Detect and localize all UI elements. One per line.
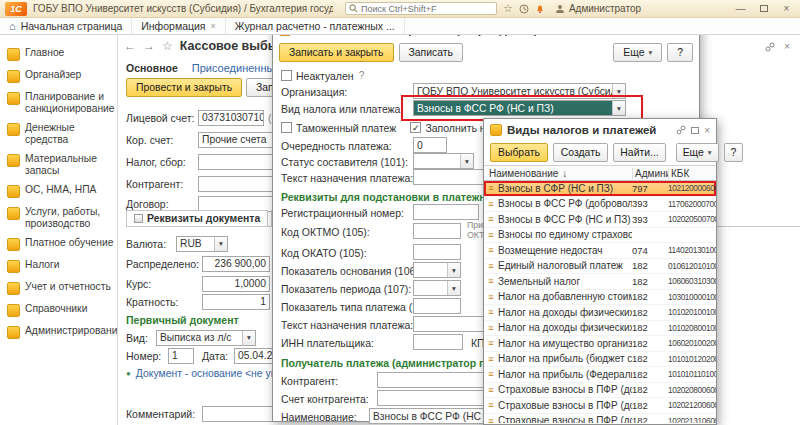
tax-kind-row[interactable]: ≡ Страховые взносы в ПФР (дополнительные… xyxy=(484,398,716,414)
tax-kind-name: Взносы по единому страховому тарифу xyxy=(498,229,632,240)
sidebar-item[interactable]: Денежные средства xyxy=(0,118,117,149)
tax-kind-field[interactable]: Взносы в ФСС РФ (НС и ПЗ)▾ xyxy=(413,100,626,116)
number-field[interactable]: 1 xyxy=(168,348,194,364)
inactive-checkbox[interactable] xyxy=(281,70,292,81)
list-item-icon: ≡ xyxy=(484,385,498,395)
column-name[interactable]: Наименование↓ xyxy=(484,168,632,179)
inn-field[interactable] xyxy=(413,334,463,350)
close-button[interactable]: × xyxy=(778,2,795,16)
tax-kind-row[interactable]: ≡ Единый налоговый платеж 182 0106120101… xyxy=(484,259,716,275)
organization-field[interactable]: ГОБУ ВПО Университет искусств (Субсидия)… xyxy=(413,83,626,99)
status-field[interactable]: ▾ xyxy=(413,153,474,169)
help-button[interactable]: ? xyxy=(667,43,693,62)
tab-home[interactable]: ⌂ Начальная страница xyxy=(0,18,132,34)
tax-kind-row[interactable]: ≡ Взносы в ФСС РФ (НС и ПЗ) 393 10202050… xyxy=(484,212,716,228)
bullet-icon: ● xyxy=(126,369,131,378)
rate-field[interactable]: 1,0000 xyxy=(202,276,270,292)
basis-indicator-field[interactable]: ▾ xyxy=(413,262,461,278)
sidebar-item[interactable]: Налоги xyxy=(0,255,117,277)
sidebar-item[interactable]: Материальные запасы xyxy=(0,149,117,180)
minimize-button[interactable]: — xyxy=(732,2,749,16)
notifications-icon[interactable] xyxy=(535,4,545,14)
tax-kind-row[interactable]: ≡ Налог на доходы физических лиц 182 101… xyxy=(484,305,716,321)
search-input[interactable] xyxy=(361,4,486,14)
tax-kind-row[interactable]: ≡ Налог на доходы физических лиц 15% 182… xyxy=(484,321,716,337)
back-icon[interactable]: ← xyxy=(124,39,136,53)
sidebar-item[interactable]: Администрирование xyxy=(0,321,117,343)
history-icon[interactable] xyxy=(519,4,529,14)
regnum-field[interactable] xyxy=(413,204,479,220)
oktmo-field[interactable] xyxy=(413,223,461,239)
tax-kind-row[interactable]: ≡ Взносы в СФР (НС и ПЗ) 797 10212000060… xyxy=(484,181,716,197)
sidebar-item[interactable]: Платное обучение xyxy=(0,233,117,255)
favorite-star-icon[interactable]: ☆ xyxy=(162,39,173,53)
global-search[interactable] xyxy=(345,2,497,15)
tax-kind-row[interactable]: ≡ Взносы по единому страховому тарифу xyxy=(484,228,716,244)
select-button[interactable]: Выбрать xyxy=(490,143,548,162)
okato-field[interactable] xyxy=(413,244,461,260)
expand-icon[interactable] xyxy=(691,127,699,134)
personal-account-field[interactable]: 03731030710 xyxy=(198,110,264,126)
customs-checkbox[interactable] xyxy=(281,122,292,133)
tax-kind-admin-code: 182 xyxy=(632,384,668,395)
dropdown-icon[interactable]: ▾ xyxy=(612,101,625,115)
maximize-button[interactable] xyxy=(755,2,772,16)
tab-information[interactable]: Информация × xyxy=(132,18,226,34)
sidebar-item[interactable]: Органайзер xyxy=(0,65,117,87)
dropdown-icon[interactable]: ▾ xyxy=(612,84,625,98)
column-kbk[interactable]: КБК xyxy=(668,168,716,179)
multiplicity-field[interactable]: 1 xyxy=(202,294,270,310)
link-icon[interactable] xyxy=(676,125,686,135)
link-icon[interactable] xyxy=(765,41,775,52)
period-indicator-field[interactable]: ▾ xyxy=(413,280,461,296)
sidebar-item[interactable]: Услуги, работы, производство xyxy=(0,202,117,233)
name-field[interactable]: Взносы в ФСС РФ (НС и ПЗ) xyxy=(369,408,493,424)
save-button[interactable]: Записать xyxy=(399,43,463,62)
currency-field[interactable]: RUB▾ xyxy=(176,236,228,252)
tax-kind-row[interactable]: ≡ Страховые взносы в ПФР (дополнительн 1… xyxy=(484,414,716,424)
forward-icon[interactable]: → xyxy=(143,39,155,53)
fill-requisites-checkbox[interactable]: ✓ xyxy=(410,122,421,133)
more-button[interactable]: Еще▾ xyxy=(613,43,662,62)
sidebar-item[interactable]: Планирование и санкционирование xyxy=(0,87,117,118)
tax-kind-row[interactable]: ≡ Земельный налог 182 10606031030000110 xyxy=(484,274,716,290)
sidebar-item[interactable]: Учет и отчетность xyxy=(0,277,117,299)
grid-header[interactable]: Наименование↓ Админи... КБК xyxy=(484,165,716,181)
tab-close-icon[interactable]: × xyxy=(211,21,216,31)
dropdown-icon[interactable]: ▾ xyxy=(242,331,255,345)
nav-link-main[interactable]: Основное xyxy=(126,62,178,74)
sidebar-item[interactable]: Главное xyxy=(0,43,117,65)
tax-kind-row[interactable]: ≡ Возмещение недостач 074 11402013010000… xyxy=(484,243,716,259)
dropdown-icon[interactable]: ▾ xyxy=(460,154,473,168)
current-user[interactable]: Администратор xyxy=(555,3,641,14)
type-indicator-field[interactable] xyxy=(413,298,461,314)
contractor-label: Контрагент: xyxy=(126,178,198,190)
find-button[interactable]: Найти... xyxy=(613,143,665,162)
help-question-icon[interactable]: ? xyxy=(359,70,365,81)
sidebar-item[interactable]: ОС, НМА, НПА xyxy=(0,180,117,202)
post-and-close-button[interactable]: Провести и закрыть xyxy=(126,78,242,97)
tax-kind-row[interactable]: ≡ Налог на добавленную стоимость 182 103… xyxy=(484,290,716,306)
save-and-close-button[interactable]: Записать и закрыть xyxy=(279,43,394,62)
tab-journal[interactable]: Журнал расчетно - платежных ... xyxy=(226,18,405,34)
more-button[interactable]: Еще▾ xyxy=(676,143,719,162)
sidebar-item-icon xyxy=(7,123,20,136)
dropdown-icon[interactable]: ▾ xyxy=(447,281,460,295)
tax-kind-row[interactable]: ≡ Налог на прибыль (Федеральный бюджет) … xyxy=(484,367,716,383)
priority-field[interactable]: 0 xyxy=(413,137,447,153)
tax-kind-row[interactable]: ≡ Налог на прибыль (бюджет субъекта РФ) … xyxy=(484,352,716,368)
dropdown-icon[interactable]: ▾ xyxy=(214,237,227,251)
favorites-icon[interactable]: ☆ xyxy=(503,3,513,14)
create-button[interactable]: Создать xyxy=(553,143,609,162)
kind-field[interactable]: Выписка из л/с▾ xyxy=(156,330,256,346)
column-admin[interactable]: Админи... xyxy=(632,168,668,179)
form-close-icon[interactable]: × xyxy=(784,41,790,52)
dropdown-icon[interactable]: ▾ xyxy=(447,263,460,277)
help-button[interactable]: ? xyxy=(724,143,744,162)
tax-kind-row[interactable]: ≡ Страховые взносы в ПФР (доплата к пенс… xyxy=(484,383,716,399)
dialog-close-icon[interactable]: × xyxy=(704,125,710,136)
tax-kind-row[interactable]: ≡ Взносы в ФСС РФ (добровольные) 393 117… xyxy=(484,197,716,213)
tax-kind-row[interactable]: ≡ Налог на имущество организаций 182 106… xyxy=(484,336,716,352)
tab-document-details[interactable]: Реквизиты документа xyxy=(126,210,268,226)
sidebar-item[interactable]: Справочники xyxy=(0,299,117,321)
